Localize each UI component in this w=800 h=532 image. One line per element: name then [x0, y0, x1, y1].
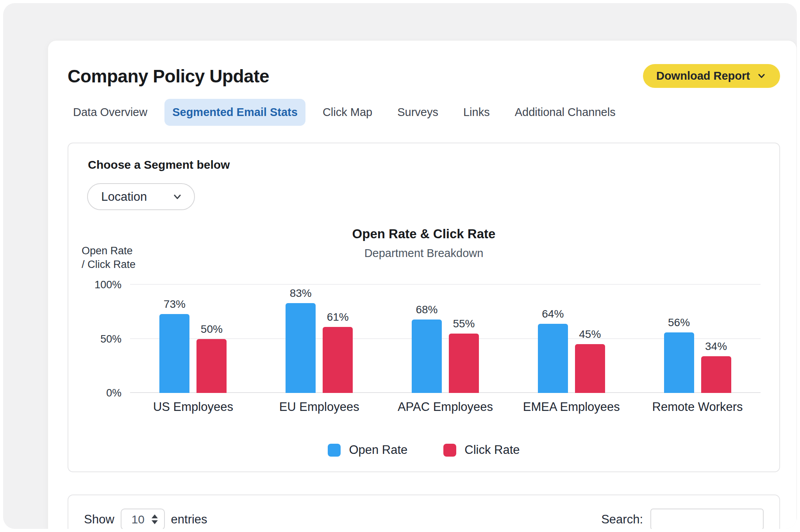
category-label: EMEA Employees [508, 400, 634, 414]
category-label: US Employees [130, 400, 256, 414]
bar-column: 56% [664, 285, 694, 393]
legend-swatch-icon [443, 444, 456, 457]
bar-group: 64%45%EMEA Employees [508, 285, 634, 393]
entries-value: 10 [132, 513, 145, 526]
legend-item-click-rate: Click Rate [443, 443, 520, 457]
tab-segmented-email-stats[interactable]: Segmented Email Stats [164, 99, 305, 126]
bar-value-label: 45% [579, 328, 601, 341]
y-axis-title-line: Open Rate [82, 244, 136, 258]
bar-column: 34% [701, 285, 731, 393]
report-header: Company Policy Update Download Report [68, 64, 780, 88]
y-tick-label: 0% [106, 387, 121, 399]
click-rate-bar[interactable] [575, 344, 605, 393]
bar-value-label: 83% [290, 287, 312, 300]
segment-select[interactable]: Location [87, 183, 195, 210]
entries-label: entries [171, 512, 207, 527]
open-rate-bar[interactable] [538, 324, 568, 393]
open-rate-bar[interactable] [286, 303, 316, 393]
bar-value-label: 55% [453, 318, 475, 330]
segment-heading: Choose a Segment below [88, 158, 761, 171]
tab-bar: Data OverviewSegmented Email StatsClick … [65, 99, 780, 126]
entries-control: Show 10 entries [84, 509, 207, 529]
click-rate-bar[interactable] [449, 334, 479, 393]
bar-column: 45% [575, 285, 605, 393]
click-rate-bar[interactable] [196, 339, 227, 393]
bar-column: 73% [159, 285, 189, 393]
chevron-down-icon [171, 191, 183, 203]
bar-group: 73%50%US Employees [130, 285, 256, 393]
segment-select-value: Location [101, 190, 147, 204]
bar-group: 56%34%Remote Workers [634, 285, 761, 393]
table-controls-row: Show 10 entries Search: [84, 509, 764, 529]
chart-title: Open Rate & Click Rate [87, 227, 761, 241]
window-content: Company Policy Update Download Report Da… [48, 41, 796, 529]
plot-area: Open Rate/ Click Rate 100%50%0%73%50%US … [130, 285, 761, 393]
search-control: Search: [601, 509, 764, 529]
bar-column: 64% [538, 285, 568, 393]
table-controls-panel: Show 10 entries Search: [68, 495, 780, 529]
page-title: Company Policy Update [68, 66, 269, 87]
entries-select[interactable]: 10 [121, 509, 165, 529]
bar-value-label: 68% [416, 303, 438, 316]
bar-column: 83% [286, 285, 316, 393]
bar-value-label: 56% [668, 316, 690, 329]
tab-click-map[interactable]: Click Map [315, 99, 380, 126]
sort-updown-icon [152, 514, 158, 524]
legend-item-open-rate: Open Rate [328, 443, 407, 457]
bar-column: 68% [412, 285, 442, 393]
open-rate-bar[interactable] [412, 320, 442, 393]
report-window: Company Policy Update Download Report Da… [48, 40, 797, 529]
y-axis-title-line: / Click Rate [82, 258, 136, 271]
bar-column: 61% [323, 285, 353, 393]
chart-subtitle: Department Breakdown [87, 247, 761, 260]
chevron-down-icon [756, 71, 767, 81]
search-input[interactable] [650, 509, 764, 529]
segmented-stats-panel: Choose a Segment below Location Open Rat… [68, 143, 780, 472]
open-rate-bar[interactable] [159, 314, 189, 393]
bar-column: 55% [449, 285, 479, 393]
tab-additional-channels[interactable]: Additional Channels [507, 99, 623, 126]
chart-header: Open Rate & Click Rate Department Breakd… [87, 227, 761, 260]
chart-legend: Open RateClick Rate [87, 443, 761, 457]
click-rate-bar[interactable] [323, 327, 353, 393]
bar-group: 68%55%APAC Employees [382, 285, 509, 393]
category-label: APAC Employees [382, 400, 509, 414]
y-tick-label: 100% [95, 279, 121, 291]
bar-value-label: 64% [542, 308, 564, 320]
bar-value-label: 34% [705, 340, 727, 353]
category-label: Remote Workers [634, 400, 761, 414]
bar-value-label: 50% [201, 323, 223, 336]
show-label: Show [84, 512, 114, 527]
y-tick-label: 50% [100, 333, 121, 345]
bar-groups: 73%50%US Employees83%61%EU Employees68%5… [130, 285, 761, 393]
legend-swatch-icon [328, 444, 341, 457]
click-rate-bar[interactable] [701, 356, 731, 393]
bar-value-label: 61% [327, 311, 349, 323]
tab-data-overview[interactable]: Data Overview [65, 99, 155, 126]
legend-label: Click Rate [464, 443, 520, 457]
tab-links[interactable]: Links [455, 99, 498, 126]
open-rate-bar[interactable] [664, 332, 694, 393]
tab-surveys[interactable]: Surveys [389, 99, 446, 126]
download-report-button[interactable]: Download Report [643, 64, 780, 88]
search-label: Search: [601, 512, 643, 527]
legend-label: Open Rate [349, 443, 407, 457]
app-canvas: Company Policy Update Download Report Da… [3, 3, 797, 529]
y-axis-title: Open Rate/ Click Rate [82, 244, 136, 271]
download-report-label: Download Report [656, 70, 750, 82]
category-label: EU Employees [256, 400, 382, 414]
bar-value-label: 73% [164, 298, 186, 311]
bar-column: 50% [196, 285, 227, 393]
bar-group: 83%61%EU Employees [256, 285, 382, 393]
